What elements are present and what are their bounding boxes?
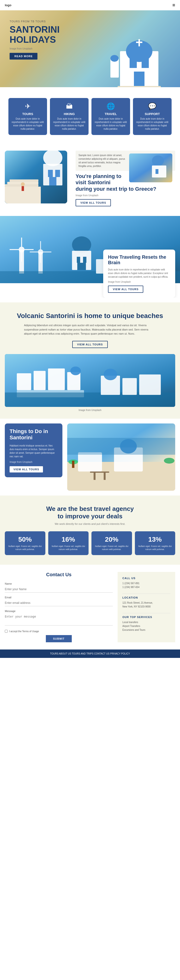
things-credit: Image from Unsplash — [9, 461, 58, 463]
svg-rect-16 — [49, 177, 57, 185]
feature-card-tours: ✈ TOURS Duis aute irure dolor in reprehe… — [8, 98, 47, 135]
call-us-title: CALL US — [122, 577, 171, 580]
address: 121 Rock Street, 21 Avenue, New York, NY… — [122, 601, 171, 609]
resets-text: Duis aute irure dolor in reprehenderit i… — [108, 268, 171, 278]
terms-label: I accept the Terms of Usage — [9, 630, 39, 633]
svg-rect-6 — [142, 58, 149, 68]
svg-rect-52 — [48, 369, 65, 390]
contact-form: Contact Us Name Email Message I accept t… — [5, 572, 113, 642]
resets-card: How Traveling Resets the Brain Duis aute… — [103, 250, 175, 298]
church-illustration — [106, 25, 173, 87]
feature-card-hiking: 🏔 HIKING Duis aute irure dolor in repreh… — [50, 98, 88, 135]
stat-text-1: Nullam eget. Fusce vel, sagittis dui rut… — [51, 545, 87, 551]
divider1 — [122, 593, 171, 594]
stat-card-0: 50% Nullam eget. Fusce vel, sagittis dui… — [5, 531, 45, 555]
tours-text: Duis aute irure dolor in reprehenderit i… — [11, 117, 44, 130]
header: logo ≡ — [0, 0, 180, 10]
service-item-0: Local transfers — [122, 620, 171, 624]
submit-button[interactable]: SUBMIT — [46, 635, 72, 642]
name-field-group: Name — [5, 582, 113, 593]
name-input[interactable] — [5, 586, 113, 593]
feature-card-support: 💬 SUPPORT Duis aute irure dolor in repre… — [133, 98, 172, 135]
svg-point-40 — [72, 236, 91, 253]
location-section: LOCATION 121 Rock Street, 21 Avenue, New… — [122, 596, 171, 609]
email-input[interactable] — [5, 600, 113, 606]
svg-point-60 — [104, 369, 117, 380]
things-title: Things to Do in Santorini — [9, 428, 58, 441]
svg-rect-69 — [67, 438, 175, 455]
planning-tours-button[interactable]: VIEW ALL TOURS — [76, 199, 111, 206]
volcanic-img-credit: Image from Unsplash — [5, 409, 175, 412]
menu-icon[interactable]: ≡ — [172, 2, 175, 8]
name-label: Name — [5, 582, 113, 585]
volcanic-btn-wrap: VIEW ALL TOURS — [5, 341, 175, 348]
hero-title: SANTORINI HOLIDAYS — [9, 25, 60, 45]
terms-checkbox[interactable] — [5, 630, 8, 633]
message-textarea[interactable] — [5, 614, 113, 625]
email-label: Email — [5, 596, 113, 599]
hero-subtitle: TOURS FROM TB TOURS — [9, 20, 60, 23]
email-field-group: Email — [5, 596, 113, 606]
hero-section: TOURS FROM TB TOURS SANTORINI HOLIDAYS I… — [0, 10, 180, 87]
resets-credit: Image from Unsplash — [108, 280, 171, 283]
things-image — [67, 423, 175, 491]
svg-rect-4 — [136, 41, 142, 43]
support-text: Duis aute irure dolor in reprehenderit i… — [136, 117, 169, 130]
svg-rect-43 — [83, 257, 87, 263]
footer: TOURS ABOUT US TOURS AND TRIPS CONTACT U… — [0, 649, 180, 658]
agency-section: We are the best travel agency to improve… — [0, 496, 180, 565]
logo: logo — [5, 3, 11, 7]
volcanic-tours-button[interactable]: VIEW ALL TOURS — [72, 341, 107, 348]
planning-section: Sample text. Lorem ipsum dolor sit amet,… — [0, 146, 180, 211]
travel-title: TRAVEL — [94, 112, 127, 116]
things-tours-button[interactable]: VIEW ALL TOURS — [9, 466, 43, 473]
svg-rect-42 — [77, 257, 80, 263]
svg-rect-58 — [122, 378, 137, 395]
svg-rect-17 — [9, 180, 38, 182]
support-title: SUPPORT — [136, 112, 169, 116]
services-section: OUR TOP SERVICES Local transfersAirport … — [122, 616, 171, 632]
things-card: Things to Do in Santorini Habitant morbi… — [5, 423, 62, 477]
svg-point-24 — [152, 155, 164, 166]
agency-subtitle: We work directly for our clients and put… — [5, 522, 175, 525]
svg-rect-67 — [72, 461, 74, 468]
hiking-text: Duis aute irure dolor in reprehenderit i… — [53, 117, 86, 130]
stat-text-3: Nullam eget. Fusce vel, sagittis dui rut… — [137, 545, 173, 551]
phone1: 1 (234) 567-891 — [122, 582, 171, 585]
divider2 — [122, 613, 171, 613]
things-section: Things to Do in Santorini Habitant morbi… — [0, 418, 180, 496]
svg-point-29 — [19, 247, 24, 253]
stat-card-3: 13% Nullam eget. Fusce vel, sagittis dui… — [135, 531, 175, 555]
svg-rect-72 — [104, 473, 106, 480]
agency-title: We are the best travel agency to improve… — [5, 505, 175, 520]
hero-content: TOURS FROM TB TOURS SANTORINI HOLIDAYS I… — [9, 20, 60, 60]
volcanic-title: Volcanic Santorini is home to unique bea… — [5, 312, 175, 320]
svg-rect-5 — [129, 58, 137, 68]
stat-pct-2: 20% — [94, 536, 129, 543]
travel-icon: 🌐 — [94, 102, 127, 110]
support-icon: 💬 — [136, 102, 169, 110]
svg-rect-51 — [33, 371, 46, 390]
stats-grid: 50% Nullam eget. Fusce vel, sagittis dui… — [5, 531, 175, 555]
hiking-title: HIKING — [53, 112, 86, 116]
planning-right: Sample text. Lorem ipsum dolor sit amet,… — [72, 151, 175, 206]
santorini-small-image — [129, 153, 172, 182]
svg-rect-22 — [22, 186, 24, 191]
svg-rect-71 — [93, 473, 96, 480]
features-grid: ✈ TOURS Duis aute irure dolor in reprehe… — [3, 92, 177, 141]
tours-icon: ✈ — [11, 102, 44, 110]
santorini-stairs-image — [5, 151, 67, 204]
service-item-1: Airport Transfers — [122, 624, 171, 628]
volcanic-section: Volcanic Santorini is home to unique bea… — [0, 302, 180, 418]
footer-text: TOURS ABOUT US TOURS AND TRIPS CONTACT U… — [50, 652, 130, 655]
feature-card-travel: 🌐 TRAVEL Duis aute irure dolor in repreh… — [92, 98, 130, 135]
read-more-button[interactable]: READ MORE — [9, 53, 38, 60]
contact-info: CALL US 1 (234) 567-891 1 (234) 987-654 … — [118, 572, 175, 642]
call-us-section: CALL US 1 (234) 567-891 1 (234) 987-654 — [122, 577, 171, 589]
svg-point-35 — [38, 249, 43, 255]
svg-point-9 — [111, 55, 118, 62]
services-list: Local transfersAirport TransfersExcursio… — [122, 620, 171, 632]
stat-card-2: 20% Nullam eget. Fusce vel, sagittis dui… — [92, 531, 132, 555]
resets-tours-button[interactable]: VIEW ALL TOURS — [108, 286, 143, 293]
svg-rect-63 — [78, 452, 102, 471]
